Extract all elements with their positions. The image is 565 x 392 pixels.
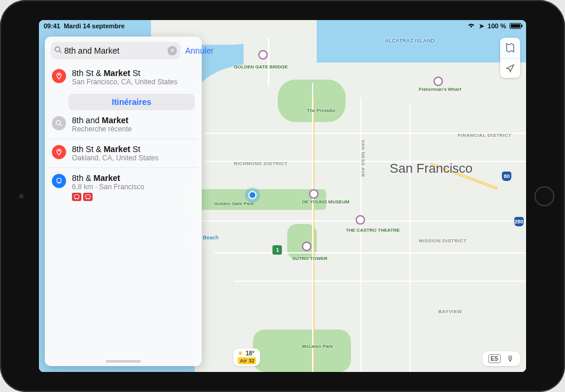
directions-button[interactable]: Itinéraires [68,94,195,110]
tracking-button[interactable] [500,58,520,78]
map-city-label: San Francisco [390,161,473,176]
map-controls [500,38,520,78]
pin-icon [52,69,66,83]
svg-point-3 [56,120,60,124]
location-services-icon: ➤ [479,22,484,30]
result-title: 8th St & Market St [72,68,195,78]
poi-label-castro: THE CASTRO THEATRE [346,228,399,233]
transit-icon [52,174,66,188]
recent-search-icon [52,116,66,130]
hwy-shield-80: 80 [502,172,511,181]
result-subtitle: 6,8 km · San Francisco [72,183,195,191]
battery-percent: 100 % [488,22,506,29]
result-subtitle: San Francisco, CA, United States [72,78,195,86]
user-location-dot [248,191,257,199]
status-date: Mardi 14 septembre [64,22,124,29]
search-panel: ✕ Annuler 8th St & Market St San Francis… [45,37,202,366]
result-subtitle: Recherche récente [72,125,195,133]
battery-icon [510,23,521,29]
svg-line-1 [60,51,62,54]
status-time: 09:41 [44,22,60,29]
district-label-bayview: BAYVIEW [438,309,462,314]
map-park [253,330,350,372]
district-label-financial: FINANCIAL DISTRICT [458,133,511,138]
poi-label-gg-bridge: GOLDEN GATE BRIDGE [234,64,287,70]
weather-chip[interactable]: ☀ 18° Air 32 [234,348,260,366]
svg-point-2 [58,74,60,75]
search-field-wrap[interactable]: ✕ [51,42,180,60]
transit-badge [83,193,93,201]
poi-pin-deyoung[interactable] [309,189,318,199]
poi-pin-gg-bridge[interactable] [258,50,268,60]
screen: 09:41 Mardi 14 septembre ➤ 100 % [39,20,526,372]
svg-rect-13 [86,195,90,198]
search-result[interactable]: 8th & Market 6,8 km · San Francisco [48,167,198,206]
svg-point-15 [88,198,90,199]
svg-point-12 [77,198,78,199]
golden-gate-bridge-line [268,38,270,87]
dictation-button[interactable]: 🎙 [507,354,514,363]
device-bezel: 09:41 Mardi 14 septembre ➤ 100 % [0,0,565,392]
svg-rect-10 [74,195,79,198]
wifi-icon [467,22,475,29]
poi-label-presidio: The Presidio [307,108,335,113]
input-mode-chip: ES 🎙 [482,351,520,366]
svg-line-4 [60,124,62,126]
svg-point-11 [75,198,76,199]
poi-label-alcatraz: ALCATRAZ ISLAND [385,38,434,44]
result-subtitle: Oakland, CA, United States [72,154,195,162]
district-label-mission: MISSION DISTRICT [419,238,467,243]
poi-label-sutro: SUTRO TOWER [293,256,328,261]
aqi-label: Air [239,358,247,364]
clear-search-button[interactable]: ✕ [167,46,177,55]
poi-label-deyoung: DE YOUNG MUSEUM [302,199,349,205]
status-bar: 09:41 Mardi 14 septembre ➤ 100 % [39,20,526,32]
search-result[interactable]: 8th St & Market St Oakland, CA, United S… [48,139,198,167]
hwy-shield-280: 280 [514,217,524,226]
poi-pin-fisherman[interactable] [433,77,443,86]
map-mode-button[interactable] [500,38,520,58]
street-label-vanness: VAN NESS AVE [360,140,366,177]
svg-point-8 [58,183,59,184]
home-button[interactable] [534,186,554,206]
hwy-shield-1: 1 [272,245,282,255]
result-title: 8th and Market [72,116,195,125]
front-camera-dot [19,194,24,199]
result-title: 8th St & Market St [72,144,195,154]
keyboard-language-button[interactable]: ES [488,354,501,363]
panel-grabber[interactable] [106,360,141,363]
svg-point-5 [58,150,60,151]
poi-label-gg-park: Golden Gate Park [214,201,254,206]
transit-badge [72,193,81,201]
sun-icon: ☀ [238,350,243,357]
poi-label-fisherman: Fisherman's Wharf [419,87,461,92]
search-results-list: 8th St & Market St San Francisco, CA, Un… [45,63,202,206]
cancel-button[interactable]: Annuler [184,46,215,55]
district-label-richmond: RICHMOND DISTRICT [234,161,288,166]
svg-point-9 [60,183,61,184]
transit-line-badges [72,193,195,201]
svg-point-14 [86,198,87,199]
pin-icon [52,145,66,159]
search-icon [54,46,62,55]
poi-label-mclaren: McLaren Park [302,344,333,349]
temperature-value: 18° [245,350,254,357]
search-input[interactable] [64,46,167,55]
search-result[interactable]: 8th St & Market St San Francisco, CA, Un… [48,63,198,91]
svg-point-0 [55,47,60,52]
aqi-value: 32 [248,358,254,364]
result-title: 8th & Market [72,173,195,183]
search-result[interactable]: 8th and Market Recherche récente [48,110,198,139]
